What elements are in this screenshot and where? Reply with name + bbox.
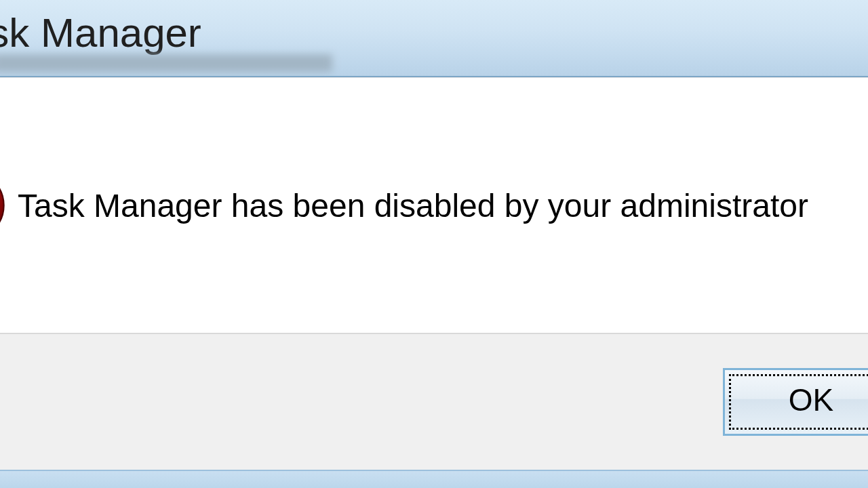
dialog-window: Task Manager (0, 0, 868, 488)
window-title: Task Manager (0, 9, 201, 56)
button-bar: OK (0, 333, 868, 470)
ok-button[interactable]: OK (723, 368, 868, 436)
svg-point-0 (0, 171, 4, 239)
title-bar[interactable]: Task Manager (0, 0, 868, 77)
dialog-message: Task Manager has been disabled by your a… (14, 187, 868, 224)
window-bottom-frame (0, 470, 868, 488)
error-icon (0, 168, 7, 243)
icon-container (0, 168, 14, 243)
dialog-client-area: Task Manager has been disabled by your a… (0, 77, 868, 333)
